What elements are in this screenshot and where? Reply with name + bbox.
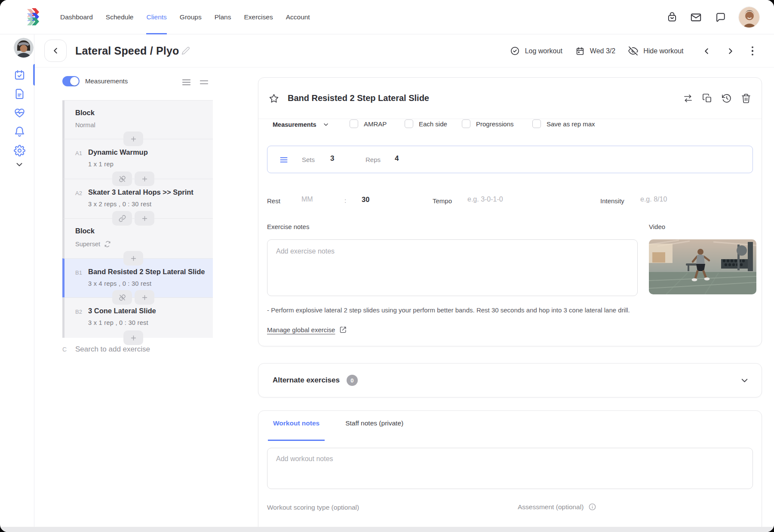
nav-item-schedule[interactable]: Schedule <box>106 0 134 34</box>
amrap-checkbox[interactable] <box>350 119 358 128</box>
exercise-detail: 1 x 1 rep <box>88 161 114 168</box>
exercise-search-input[interactable] <box>75 345 196 354</box>
intensity-label: Intensity <box>600 197 624 205</box>
add-exercise-button[interactable] <box>135 211 154 226</box>
link-icon <box>119 215 126 222</box>
sets-input[interactable] <box>330 154 352 163</box>
copy-exercise-icon[interactable] <box>702 93 713 104</box>
sidebar-item-workouts[interactable] <box>4 65 34 84</box>
unlink-exercises-button[interactable] <box>112 171 132 186</box>
intensity-input[interactable] <box>640 196 709 203</box>
each-side-checkbox[interactable] <box>405 119 413 128</box>
measurements-dropdown[interactable]: Measurements <box>273 119 329 130</box>
add-exercise-button[interactable] <box>135 171 154 186</box>
workout-header: Lateral Speed / Plyo Log workout <box>34 34 774 67</box>
nav-item-dashboard[interactable]: Dashboard <box>60 0 93 34</box>
workout-title: Lateral Speed / Plyo <box>75 34 179 67</box>
unlink-icon <box>119 175 126 183</box>
measurements-dropdown-label: Measurements <box>273 121 316 128</box>
chat-icon[interactable] <box>714 12 726 23</box>
progressions-checkbox[interactable] <box>462 119 470 128</box>
sets-label: Sets <box>302 156 315 163</box>
edit-title-pencil-icon[interactable] <box>181 46 190 55</box>
tab-staff-notes[interactable]: Staff notes (private) <box>340 419 408 441</box>
add-exercise-button[interactable] <box>123 251 143 266</box>
app-logo-icon[interactable] <box>24 8 43 27</box>
tempo-input[interactable] <box>467 196 553 203</box>
cycle-icon[interactable] <box>104 241 111 248</box>
add-exercise-button[interactable] <box>123 330 143 345</box>
coach-avatar[interactable] <box>738 6 760 28</box>
alternate-exercises-title: Alternate exercises <box>273 376 340 385</box>
notes-tabs: Workout notes Staff notes (private) <box>268 419 408 441</box>
nav-item-clients[interactable]: Clients <box>146 0 166 34</box>
unlink-exercises-button[interactable] <box>112 290 132 305</box>
workout-date-button[interactable]: Wed 3/2 <box>575 46 615 56</box>
expand-alternates-chevron[interactable] <box>740 376 749 385</box>
link-exercises-button[interactable] <box>112 211 132 226</box>
sidebar-expand-chevron[interactable] <box>4 160 34 169</box>
condensed-view-icon[interactable] <box>199 77 209 87</box>
sidebar-item-settings[interactable] <box>4 141 34 160</box>
alternate-count-badge: 0 <box>347 375 358 386</box>
history-icon[interactable] <box>722 93 732 104</box>
calendar-icon <box>575 46 585 56</box>
sidebar-item-metrics[interactable] <box>4 103 34 122</box>
workout-notes-card: Workout notes Staff notes (private) Work… <box>258 410 762 532</box>
nav-item-plans[interactable]: Plans <box>215 0 231 34</box>
exercise-notes-textarea[interactable] <box>267 239 638 296</box>
sidebar-item-documents[interactable] <box>4 84 34 103</box>
list-view-switcher <box>181 77 209 87</box>
drag-handle-icon[interactable] <box>280 156 288 164</box>
more-options-kebab-icon[interactable] <box>750 45 756 58</box>
each-side-option: Each side <box>405 119 447 128</box>
workout-notes-textarea[interactable] <box>267 448 753 489</box>
plus-icon <box>141 175 148 183</box>
mail-icon[interactable] <box>690 12 702 23</box>
rest-tempo-intensity-row: Rest : Tempo Intensity <box>258 193 762 210</box>
workout-page: Lateral Speed / Plyo Log workout <box>34 34 774 532</box>
save-rep-max-checkbox[interactable] <box>532 119 541 128</box>
manage-global-exercise-link[interactable]: Manage global exercise <box>267 326 347 333</box>
hide-workout-label: Hide workout <box>643 47 683 55</box>
reps-input[interactable] <box>395 154 416 163</box>
client-avatar[interactable] <box>14 38 34 58</box>
rest-seconds-input[interactable] <box>362 196 392 204</box>
add-exercise-button[interactable] <box>123 131 143 146</box>
next-workout-chevron[interactable] <box>726 46 735 56</box>
rest-minutes-input[interactable] <box>301 196 336 203</box>
exercise-video-thumbnail[interactable] <box>649 239 756 294</box>
log-workout-button[interactable]: Log workout <box>510 46 562 56</box>
chevron-down-icon <box>15 160 24 169</box>
back-button[interactable] <box>44 40 67 62</box>
exercise-name: Dynamic Warmup <box>88 148 148 156</box>
favorite-star-icon[interactable] <box>269 93 279 104</box>
bag-icon[interactable] <box>666 12 678 23</box>
alternate-exercises-card[interactable]: Alternate exercises 0 <box>258 363 762 397</box>
nav-item-account[interactable]: Account <box>286 0 310 34</box>
info-icon[interactable] <box>588 503 596 511</box>
measurements-toggle[interactable] <box>62 76 80 86</box>
exercise-name: Band Resisted 2 Step Lateral Slide <box>88 268 205 276</box>
global-exercise-note: - Perform explosive lateral 2 step slide… <box>267 306 731 314</box>
plus-icon <box>141 215 148 222</box>
assessment-field: Assessment (optional) <box>518 503 596 511</box>
exercise-prefix: A2 <box>75 190 82 196</box>
tab-workout-notes[interactable]: Workout notes <box>268 419 325 441</box>
add-exercise-button[interactable] <box>135 290 154 305</box>
window-bottom-edge <box>0 527 774 532</box>
nav-item-exercises[interactable]: Exercises <box>244 0 273 34</box>
workout-scoring-type-label: Workout scoring type (optional) <box>267 504 359 511</box>
delete-exercise-icon[interactable] <box>741 93 751 104</box>
exercise-prefix: A1 <box>75 150 82 156</box>
sets-reps-row: Sets Reps <box>267 146 753 173</box>
previous-workout-chevron[interactable] <box>702 46 711 56</box>
eye-off-icon <box>628 46 638 56</box>
hide-workout-button[interactable]: Hide workout <box>628 46 683 56</box>
nav-item-groups[interactable]: Groups <box>180 0 202 34</box>
progressions-option: Progressions <box>462 119 514 128</box>
sidebar-item-notifications[interactable] <box>4 122 34 141</box>
swap-exercise-icon[interactable] <box>683 93 693 104</box>
expanded-view-icon[interactable] <box>181 77 191 87</box>
check-circle-icon <box>510 46 520 56</box>
